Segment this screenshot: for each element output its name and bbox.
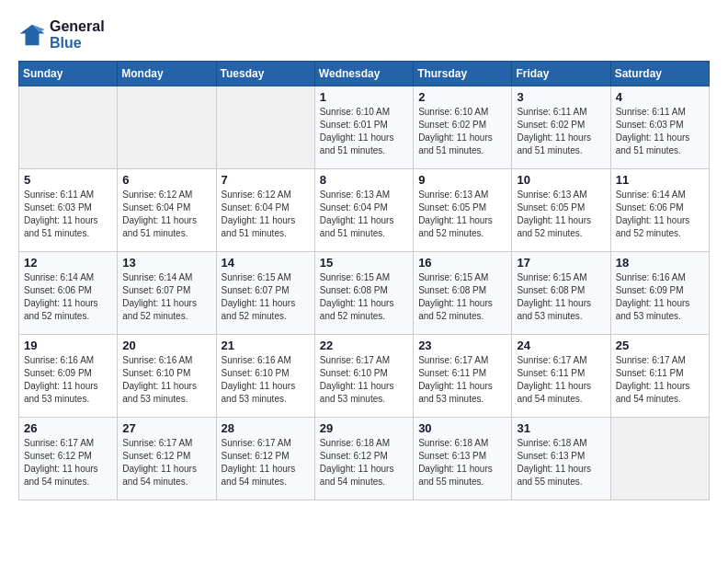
day-cell: 9Sunrise: 6:13 AM Sunset: 6:05 PM Daylig… [414, 169, 512, 252]
day-cell: 24Sunrise: 6:17 AM Sunset: 6:11 PM Dayli… [512, 335, 610, 418]
day-info: Sunrise: 6:14 AM Sunset: 6:06 PM Dayligh… [24, 271, 112, 323]
day-cell: 23Sunrise: 6:17 AM Sunset: 6:11 PM Dayli… [414, 335, 512, 418]
day-cell: 3Sunrise: 6:11 AM Sunset: 6:02 PM Daylig… [512, 86, 610, 169]
day-info: Sunrise: 6:10 AM Sunset: 6:02 PM Dayligh… [418, 106, 506, 157]
day-info: Sunrise: 6:18 AM Sunset: 6:13 PM Dayligh… [517, 437, 605, 488]
day-header-monday: Monday [118, 62, 216, 86]
day-cell: 10Sunrise: 6:13 AM Sunset: 6:05 PM Dayli… [512, 169, 610, 252]
day-header-tuesday: Tuesday [216, 62, 314, 86]
day-info: Sunrise: 6:16 AM Sunset: 6:10 PM Dayligh… [222, 354, 310, 406]
day-info: Sunrise: 6:15 AM Sunset: 6:08 PM Dayligh… [418, 271, 506, 323]
week-row-1: 1Sunrise: 6:10 AM Sunset: 6:01 PM Daylig… [19, 86, 710, 169]
day-cell [216, 86, 314, 169]
day-cell: 30Sunrise: 6:18 AM Sunset: 6:13 PM Dayli… [414, 418, 512, 500]
day-info: Sunrise: 6:12 AM Sunset: 6:04 PM Dayligh… [122, 189, 210, 240]
day-info: Sunrise: 6:17 AM Sunset: 6:12 PM Dayligh… [222, 437, 310, 488]
day-number: 20 [122, 339, 210, 352]
day-number: 6 [122, 173, 210, 187]
day-header-wednesday: Wednesday [314, 62, 413, 86]
week-row-3: 12Sunrise: 6:14 AM Sunset: 6:06 PM Dayli… [19, 252, 710, 335]
day-info: Sunrise: 6:17 AM Sunset: 6:12 PM Dayligh… [24, 437, 112, 488]
day-info: Sunrise: 6:14 AM Sunset: 6:06 PM Dayligh… [616, 189, 704, 240]
day-info: Sunrise: 6:11 AM Sunset: 6:03 PM Dayligh… [24, 189, 112, 240]
day-info: Sunrise: 6:11 AM Sunset: 6:02 PM Dayligh… [517, 106, 605, 157]
day-number: 5 [24, 173, 112, 187]
day-info: Sunrise: 6:12 AM Sunset: 6:04 PM Dayligh… [222, 189, 310, 240]
day-cell: 7Sunrise: 6:12 AM Sunset: 6:04 PM Daylig… [216, 169, 314, 252]
day-header-sunday: Sunday [19, 62, 118, 86]
day-info: Sunrise: 6:13 AM Sunset: 6:05 PM Dayligh… [418, 189, 506, 240]
day-cell: 31Sunrise: 6:18 AM Sunset: 6:13 PM Dayli… [512, 418, 610, 500]
day-cell: 5Sunrise: 6:11 AM Sunset: 6:03 PM Daylig… [19, 169, 118, 252]
day-number: 19 [24, 339, 112, 352]
day-number: 12 [24, 256, 112, 270]
day-info: Sunrise: 6:17 AM Sunset: 6:11 PM Dayligh… [616, 354, 704, 406]
day-header-saturday: Saturday [610, 62, 709, 86]
day-info: Sunrise: 6:10 AM Sunset: 6:01 PM Dayligh… [320, 106, 408, 157]
day-number: 27 [122, 421, 210, 435]
day-cell: 27Sunrise: 6:17 AM Sunset: 6:12 PM Dayli… [118, 418, 216, 500]
day-info: Sunrise: 6:17 AM Sunset: 6:12 PM Dayligh… [122, 437, 210, 488]
day-cell: 6Sunrise: 6:12 AM Sunset: 6:04 PM Daylig… [118, 169, 216, 252]
day-info: Sunrise: 6:17 AM Sunset: 6:10 PM Dayligh… [320, 354, 408, 406]
day-cell: 18Sunrise: 6:16 AM Sunset: 6:09 PM Dayli… [610, 252, 709, 335]
day-info: Sunrise: 6:15 AM Sunset: 6:08 PM Dayligh… [320, 271, 408, 323]
day-number: 9 [418, 173, 506, 187]
page-header: General Blue [18, 18, 710, 52]
day-number: 10 [517, 173, 605, 187]
week-row-5: 26Sunrise: 6:17 AM Sunset: 6:12 PM Dayli… [19, 418, 710, 500]
day-number: 25 [616, 339, 704, 352]
day-cell: 1Sunrise: 6:10 AM Sunset: 6:01 PM Daylig… [314, 86, 413, 169]
day-number: 26 [24, 421, 112, 435]
day-cell: 2Sunrise: 6:10 AM Sunset: 6:02 PM Daylig… [414, 86, 512, 169]
day-cell: 11Sunrise: 6:14 AM Sunset: 6:06 PM Dayli… [610, 169, 709, 252]
day-cell: 17Sunrise: 6:15 AM Sunset: 6:08 PM Dayli… [512, 252, 610, 335]
logo: General Blue [18, 18, 105, 52]
day-cell: 25Sunrise: 6:17 AM Sunset: 6:11 PM Dayli… [610, 335, 709, 418]
day-info: Sunrise: 6:17 AM Sunset: 6:11 PM Dayligh… [517, 354, 605, 406]
day-cell: 20Sunrise: 6:16 AM Sunset: 6:10 PM Dayli… [118, 335, 216, 418]
week-row-2: 5Sunrise: 6:11 AM Sunset: 6:03 PM Daylig… [19, 169, 710, 252]
day-info: Sunrise: 6:11 AM Sunset: 6:03 PM Dayligh… [616, 106, 704, 157]
day-number: 16 [418, 256, 506, 270]
day-info: Sunrise: 6:16 AM Sunset: 6:09 PM Dayligh… [24, 354, 112, 406]
day-number: 15 [320, 256, 408, 270]
day-info: Sunrise: 6:16 AM Sunset: 6:09 PM Dayligh… [616, 271, 704, 323]
calendar-header: SundayMondayTuesdayWednesdayThursdayFrid… [19, 62, 710, 86]
day-cell [19, 86, 118, 169]
logo-text-blue: Blue [50, 35, 105, 52]
day-number: 18 [616, 256, 704, 270]
day-header-thursday: Thursday [414, 62, 512, 86]
day-number: 28 [222, 421, 310, 435]
day-cell: 26Sunrise: 6:17 AM Sunset: 6:12 PM Dayli… [19, 418, 118, 500]
day-number: 11 [616, 173, 704, 187]
day-info: Sunrise: 6:13 AM Sunset: 6:04 PM Dayligh… [320, 189, 408, 240]
day-cell [118, 86, 216, 169]
svg-marker-0 [20, 25, 45, 46]
day-cell: 29Sunrise: 6:18 AM Sunset: 6:12 PM Dayli… [314, 418, 413, 500]
day-cell: 4Sunrise: 6:11 AM Sunset: 6:03 PM Daylig… [610, 86, 709, 169]
day-number: 23 [418, 339, 506, 352]
logo-text-general: General [50, 18, 105, 35]
day-number: 8 [320, 173, 408, 187]
day-number: 30 [418, 421, 506, 435]
day-number: 21 [222, 339, 310, 352]
day-cell: 21Sunrise: 6:16 AM Sunset: 6:10 PM Dayli… [216, 335, 314, 418]
day-info: Sunrise: 6:17 AM Sunset: 6:11 PM Dayligh… [418, 354, 506, 406]
day-cell: 8Sunrise: 6:13 AM Sunset: 6:04 PM Daylig… [314, 169, 413, 252]
day-info: Sunrise: 6:13 AM Sunset: 6:05 PM Dayligh… [517, 189, 605, 240]
day-number: 1 [320, 90, 408, 104]
calendar-body: 1Sunrise: 6:10 AM Sunset: 6:01 PM Daylig… [19, 86, 710, 500]
day-cell: 12Sunrise: 6:14 AM Sunset: 6:06 PM Dayli… [19, 252, 118, 335]
logo-icon [18, 21, 46, 49]
day-cell: 22Sunrise: 6:17 AM Sunset: 6:10 PM Dayli… [314, 335, 413, 418]
day-number: 3 [517, 90, 605, 104]
day-number: 29 [320, 421, 408, 435]
day-info: Sunrise: 6:15 AM Sunset: 6:08 PM Dayligh… [517, 271, 605, 323]
day-number: 31 [517, 421, 605, 435]
day-cell: 28Sunrise: 6:17 AM Sunset: 6:12 PM Dayli… [216, 418, 314, 500]
day-number: 4 [616, 90, 704, 104]
day-number: 7 [222, 173, 310, 187]
day-cell: 14Sunrise: 6:15 AM Sunset: 6:07 PM Dayli… [216, 252, 314, 335]
day-number: 14 [222, 256, 310, 270]
